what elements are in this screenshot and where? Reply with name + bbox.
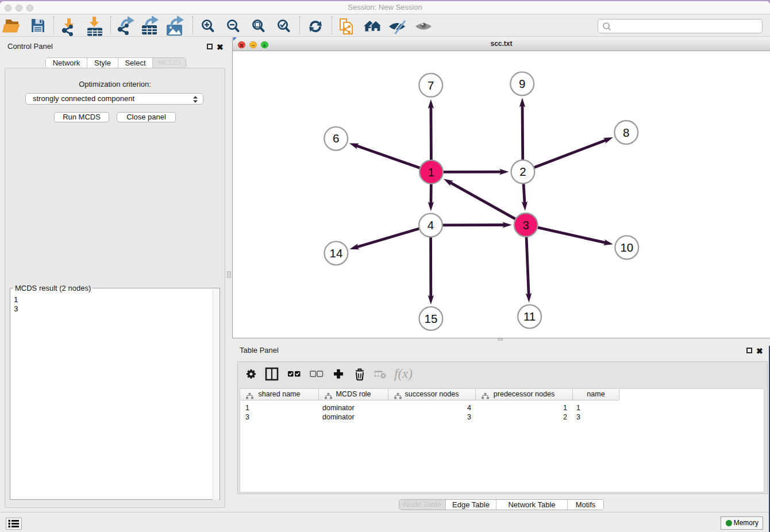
svg-text:9: 9 [519, 77, 525, 90]
svg-text:11: 11 [523, 310, 536, 323]
svg-text:15: 15 [424, 312, 437, 325]
svg-text:14: 14 [329, 246, 342, 260]
svg-text:f(x): f(x) [394, 367, 413, 381]
svg-text:3: 3 [522, 218, 529, 232]
svg-text:7: 7 [428, 79, 434, 92]
svg-text:1: 1 [428, 165, 434, 179]
svg-text:2: 2 [519, 165, 526, 178]
svg-text:10: 10 [620, 241, 633, 254]
svg-text:6: 6 [333, 132, 339, 145]
svg-text:4: 4 [428, 218, 434, 232]
svg-text:8: 8 [623, 126, 629, 139]
